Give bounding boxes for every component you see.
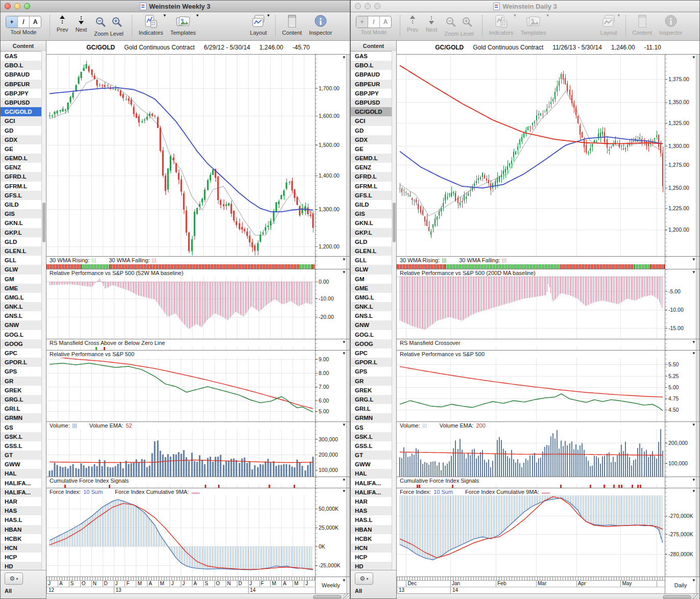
next-icon[interactable] <box>78 14 85 26</box>
symbol-list-item[interactable]: GME <box>351 284 396 293</box>
horizontal-scrollbar[interactable] <box>397 593 699 599</box>
symbol-list-item[interactable]: GNK.L <box>1 302 46 311</box>
symbol-list-item[interactable]: GBPEUR <box>351 80 396 89</box>
text-tool-button[interactable]: A <box>380 16 391 28</box>
panel-axis[interactable]: ▾ <box>665 257 696 269</box>
symbol-list-item[interactable]: GLEN.L <box>351 246 396 256</box>
symbol-list-item[interactable]: GPC <box>1 348 46 358</box>
timeframe-dropdown[interactable]: Weekly▾ <box>315 577 346 593</box>
panel-axis[interactable]: ▾ <box>315 477 346 488</box>
symbol-list-item[interactable]: HALIFA... <box>1 488 46 497</box>
prev-icon[interactable] <box>409 14 416 26</box>
symbol-list-item[interactable]: GRG.L <box>1 395 46 404</box>
symbol-list-item[interactable]: GKP.L <box>1 228 46 237</box>
panel-menu-icon[interactable]: ▾ <box>692 351 695 356</box>
relperf-plot[interactable] <box>397 358 665 421</box>
symbol-list-item[interactable]: HAS.L <box>1 515 46 525</box>
layout-icon[interactable] <box>251 14 266 29</box>
symbol-list-item[interactable]: HCN <box>351 543 396 553</box>
symbol-list-item[interactable]: GM <box>1 274 46 284</box>
symbol-list-item[interactable]: GNS.L <box>351 311 396 320</box>
symbol-list-item[interactable]: HALIFA... <box>351 488 396 497</box>
panel-scroll-strip[interactable] <box>346 351 350 421</box>
symbol-list-item[interactable]: GLL <box>351 256 396 265</box>
action-menu-button[interactable]: ⚙▾ <box>5 572 23 585</box>
symbol-list-item[interactable]: GBPAUD <box>351 70 396 79</box>
symbol-list-item[interactable]: GREK <box>1 386 46 395</box>
symbol-list-item[interactable]: GBPJPY <box>1 89 46 98</box>
panel-menu-icon[interactable]: ▾ <box>692 269 695 274</box>
maximize-icon[interactable] <box>24 3 30 9</box>
symbol-list-item[interactable]: GBO.L <box>1 61 46 70</box>
panel-menu-icon[interactable]: ▾ <box>343 351 345 356</box>
symbol-list-item[interactable]: GFRM.L <box>1 182 46 191</box>
symbol-list-item[interactable]: HCN <box>1 543 46 553</box>
symbol-list-item[interactable]: GSS.L <box>351 441 396 451</box>
close-icon[interactable] <box>5 3 11 9</box>
symbol-list-item[interactable]: GLD <box>351 237 396 246</box>
symbol-list-item[interactable]: HAS <box>351 506 396 515</box>
symbol-list-item[interactable]: HBAN <box>351 525 396 534</box>
symbol-list-item[interactable]: GOG.L <box>351 330 396 339</box>
symbol-list-item[interactable]: GSK.L <box>351 432 396 441</box>
inspector-icon[interactable] <box>664 14 678 29</box>
panel-scroll-strip[interactable] <box>696 488 699 577</box>
templates-icon[interactable] <box>525 14 542 29</box>
indicators-icon[interactable] <box>143 14 159 29</box>
symbol-list-item[interactable]: GM <box>351 274 396 284</box>
symbol-list-item[interactable]: GILD <box>351 200 396 209</box>
panel-axis[interactable]: ▾ <box>315 257 346 269</box>
panel-scroll-strip[interactable] <box>346 269 350 339</box>
symbol-list-item[interactable]: GCI <box>351 116 396 126</box>
symbol-list-item[interactable]: GMG.L <box>1 293 46 302</box>
symbol-list-item[interactable]: GBPEUR <box>1 80 46 89</box>
symbol-list-item[interactable]: GNW <box>351 320 396 330</box>
symbol-list-item[interactable]: GLW <box>351 265 396 274</box>
symbol-list-item[interactable]: HAL <box>351 469 396 478</box>
symbol-list-item[interactable]: GWW <box>351 460 396 469</box>
symbol-list-item[interactable]: GE <box>1 144 46 154</box>
symbol-list-item[interactable]: HD <box>1 562 46 570</box>
symbol-list-item[interactable]: GFS.L <box>1 191 46 200</box>
panel-axis[interactable]: ▾200,000100,000 <box>665 422 696 477</box>
relperf-plot[interactable] <box>46 358 315 421</box>
panel-scroll-strip[interactable] <box>696 477 699 488</box>
symbol-list-item[interactable]: HAS.L <box>351 515 396 525</box>
scrollbar-thumb[interactable] <box>42 203 45 242</box>
symbol-list-item[interactable]: HD <box>351 562 396 570</box>
symbol-list-item[interactable]: GBPJPY <box>351 89 396 98</box>
content-icon[interactable] <box>637 14 647 29</box>
panel-axis[interactable]: ▾ <box>315 339 346 350</box>
symbol-list-item[interactable]: GREK <box>351 386 396 395</box>
symbol-list-item[interactable]: GEMD.L <box>1 154 46 163</box>
price-axis[interactable]: ▾1,375.001,350.001,325.001,300.001,275.0… <box>665 55 696 256</box>
symbol-list-item[interactable]: GOG.L <box>1 330 46 339</box>
zoom-in-icon[interactable] <box>462 16 473 28</box>
force-plot[interactable] <box>397 495 665 577</box>
signals-plot[interactable] <box>397 484 665 488</box>
panel-axis[interactable]: ▾50,000K25,000K0K-25,000K <box>315 488 346 577</box>
mansfield-plot[interactable] <box>46 346 315 350</box>
panel-axis[interactable]: ▾ <box>665 477 696 488</box>
symbol-list-item[interactable]: HALIFA... <box>1 479 46 488</box>
symbol-list-item[interactable]: HAR <box>351 497 396 506</box>
trendline-tool-button[interactable]: / <box>368 16 380 28</box>
symbol-list-item[interactable]: HAS <box>1 506 46 515</box>
symbol-list-item[interactable]: GS <box>1 423 46 432</box>
symbol-list-item[interactable]: GNK.L <box>351 302 396 311</box>
symbol-list-item[interactable]: HAR <box>1 497 46 506</box>
content-icon[interactable] <box>287 14 297 29</box>
symbol-list-item[interactable]: GRI.L <box>1 404 46 413</box>
panel-axis[interactable]: ▾-270,000K-275,000K-280,000K <box>665 488 696 577</box>
symbol-list-item[interactable]: GILD <box>1 200 46 209</box>
symbol-list-item[interactable]: GT <box>351 451 396 460</box>
symbol-list-item[interactable]: HCBK <box>1 534 46 543</box>
crosshair-tool-button[interactable]: + <box>356 16 368 28</box>
symbol-list-item[interactable]: GENZ <box>1 163 46 172</box>
price-plot[interactable] <box>46 55 315 256</box>
panel-scroll-strip[interactable] <box>696 422 699 477</box>
resize-grip[interactable] <box>343 594 350 599</box>
resize-grip[interactable] <box>692 594 699 599</box>
symbol-list-item[interactable]: GPOR.L <box>351 358 396 367</box>
symbol-list-item[interactable]: GFRD.L <box>1 172 46 181</box>
